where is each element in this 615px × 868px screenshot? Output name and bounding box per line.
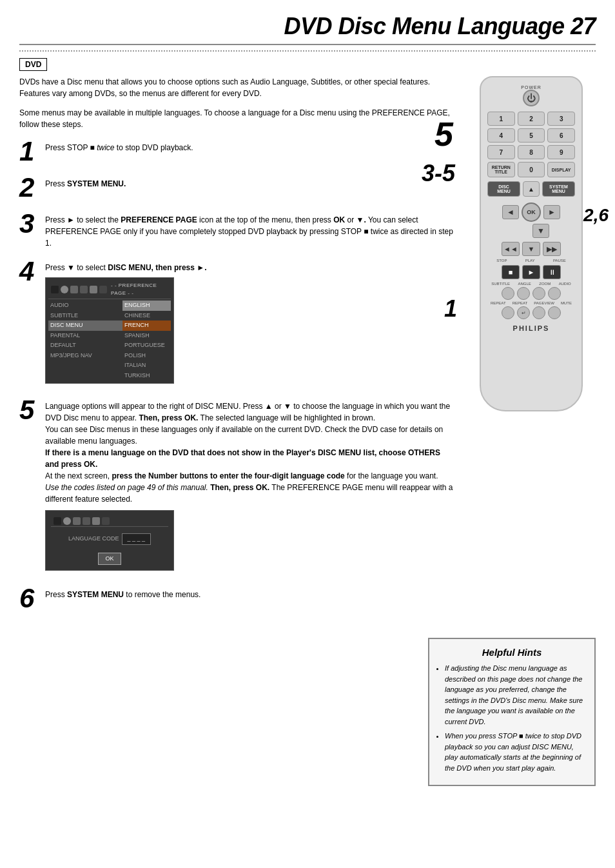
step-2: 2 Press SYSTEM MENU. (19, 174, 454, 201)
philips-logo: PHILIPS (487, 324, 575, 332)
remote-step-label-5: 5 (434, 115, 453, 153)
nav-down-btn[interactable]: ▼ (532, 224, 549, 238)
pref-option-english: ENGLISH (122, 301, 171, 311)
repeat2-btn[interactable]: ↵ (517, 306, 530, 319)
mute-btn[interactable] (548, 306, 561, 319)
repeat2-label: REPEAT (512, 301, 528, 305)
up-arrow-btn[interactable]: ▲ (523, 181, 540, 197)
stop-btn[interactable]: ■ (502, 265, 520, 279)
dotted-divider (19, 50, 596, 52)
pref-option-spanish: SPANISH (122, 331, 171, 341)
icon-stop (51, 286, 59, 293)
step-content-6: Press SYSTEM MENU to remove the menus. (45, 585, 200, 600)
nav-left-btn[interactable]: ◄ (502, 205, 519, 219)
dvd-badge: DVD (19, 58, 47, 71)
pref-row-default: DEFAULT (48, 340, 122, 351)
pref-option-portuguese: PORTUGUESE (122, 340, 171, 351)
step-number-1: 1 (19, 138, 40, 165)
transport-labels: STOP PLAY PAUSE (487, 259, 575, 262)
page: DVD Disc Menu Language 27 DVD DVDs have … (0, 0, 615, 868)
menu-row: DISCMENU ▲ SYSTEMMENU (487, 181, 575, 197)
intro-text-1: DVDs have a Disc menu that allows you to… (19, 76, 454, 99)
pref-option-french: FRENCH (122, 321, 171, 331)
play-label: PLAY (525, 259, 535, 262)
btn-return[interactable]: RETURNTITLE (487, 162, 515, 177)
disc-menu-btn[interactable]: DISCMENU (487, 181, 520, 197)
remote-body: POWER ⏻ 1 2 3 4 5 6 7 8 9 RETURNTI (480, 76, 583, 411)
page-title: DVD Disc Menu Language 27 (19, 13, 596, 45)
lang-code-icons (54, 517, 110, 525)
play-btn[interactable]: ► (522, 265, 540, 279)
step-content-5: Language options will appear to the righ… (45, 397, 454, 576)
ffwd-btn[interactable]: ▶▶ (543, 242, 561, 256)
remote-step-label-35: 3-5 (422, 160, 455, 187)
icon-globe (61, 286, 68, 293)
pref-header-icons (51, 286, 107, 293)
right-remote-area: 5 3-5 2,6 1 POWER ⏻ 1 2 3 4 (467, 76, 596, 621)
pause-label: PAUSE (553, 259, 566, 262)
ok-btn[interactable]: OK (522, 202, 541, 222)
pref-page-label: - - PREFERENCE PAGE - - (111, 282, 168, 297)
step-number-3: 3 (19, 210, 40, 237)
helpful-hints-box: Helpful Hints If adjusting the Disc menu… (428, 638, 596, 786)
btn-9[interactable]: 9 (547, 145, 575, 159)
system-menu-btn[interactable]: SYSTEMMENU (542, 181, 575, 197)
step-number-4: 4 (19, 258, 40, 285)
subtitle-label: SUBTITLE (491, 282, 510, 286)
btn-display[interactable]: DISPLAY (547, 162, 575, 177)
pref-option-italian: ITALIAN (122, 360, 171, 371)
btn-8[interactable]: 8 (518, 145, 545, 159)
btn-1[interactable]: 1 (487, 112, 515, 126)
lang-code-input[interactable]: _ _ _ _ (122, 533, 151, 545)
lang-code-ok-btn[interactable]: OK (98, 553, 121, 566)
subtitle-btn[interactable] (502, 287, 514, 300)
pause-btn[interactable]: ⏸ (543, 265, 561, 279)
pref-right-column: ENGLISH CHINESE FRENCH SPANISH PORTUGUES… (122, 301, 171, 380)
helpful-hints-list: If adjusting the Disc menu language as d… (437, 663, 587, 773)
pref-menu-screenshot-1: - - PREFERENCE PAGE - - AUDIO SUBTITLE D… (45, 277, 174, 384)
pref-row-audio: AUDIO (48, 301, 122, 311)
pref-row-disc-menu: DISC MENU (48, 321, 122, 331)
repeat-btn[interactable] (502, 306, 514, 319)
step-3: 3 Press ► to select the PREFERENCE PAGE … (19, 210, 454, 249)
angle-btn[interactable] (517, 287, 530, 300)
pref-row-subtitle: SUBTITLE (48, 311, 122, 321)
btn-5[interactable]: 5 (518, 128, 545, 143)
btn-4[interactable]: 4 (487, 128, 515, 143)
helpful-hints-wrapper: Helpful Hints If adjusting the Disc menu… (19, 627, 596, 786)
remote-power-label: POWER (487, 85, 575, 90)
audio-btn[interactable] (548, 287, 561, 300)
btn-7[interactable]: 7 (487, 145, 515, 159)
down-btn[interactable]: ▼ (522, 242, 540, 256)
pageview-btn[interactable] (532, 306, 545, 319)
icon-globe-2 (63, 517, 71, 525)
pref-row-parental: PARENTAL (48, 331, 122, 341)
btn-2[interactable]: 2 (518, 112, 545, 126)
remote-step-label-26: 2,6 (583, 205, 609, 226)
icon-stop-2 (54, 517, 61, 525)
number-grid: 1 2 3 4 5 6 7 8 9 RETURNTITLE 0 DISPLAY (487, 112, 575, 177)
lang-code-ok-wrapper: OK (51, 549, 168, 566)
zoom-btn[interactable] (532, 287, 545, 300)
pref-row-mp3: MP3/JPEG NAV (48, 351, 122, 361)
icon-power-2 (102, 517, 110, 525)
step-6: 6 Press SYSTEM MENU to remove the menus. (19, 585, 454, 612)
hint-1: If adjusting the Disc menu language as d… (445, 663, 587, 727)
icon-arrow-2 (73, 517, 81, 525)
btn-0[interactable]: 0 (518, 162, 545, 177)
icon-arrow (70, 286, 78, 293)
step-1: 1 Press STOP ■ twice to stop DVD playbac… (19, 138, 454, 165)
lang-code-header (51, 516, 168, 527)
btn-6[interactable]: 6 (547, 128, 575, 143)
step-content-1: Press STOP ■ twice to stop DVD playback. (45, 138, 193, 153)
rewind-btn[interactable]: ◄◄ (502, 242, 520, 256)
btn-3[interactable]: 3 (547, 112, 575, 126)
transport-row: ■ ► ⏸ (487, 265, 575, 279)
nav-right-btn[interactable]: ► (543, 205, 560, 219)
angle-label: ANGLE (518, 282, 531, 286)
pageview-label: PAGEVIEW (534, 301, 554, 305)
pref-menu-header: - - PREFERENCE PAGE - - (48, 281, 171, 299)
power-button[interactable]: ⏻ (523, 90, 540, 106)
remote-step-label-1: 1 (444, 295, 457, 322)
step-content-4: Press ▼ to select DISC MENU, then press … (45, 258, 206, 388)
